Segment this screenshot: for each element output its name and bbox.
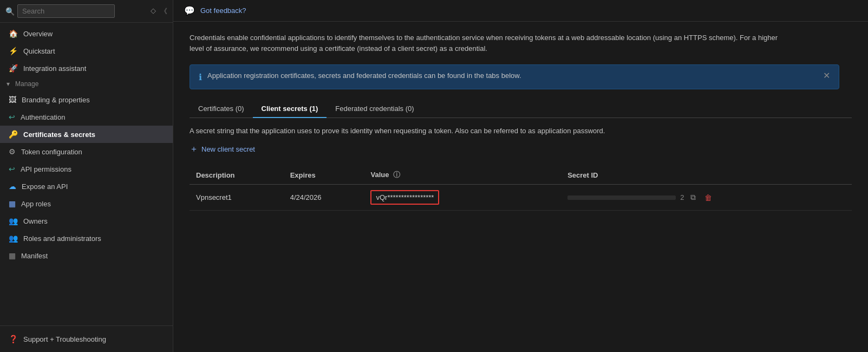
sidebar-item-label: API permissions [21, 165, 71, 173]
sidebar-item-support[interactable]: ❓ Support + Troubleshooting [0, 330, 173, 348]
sidebar-item-token-config[interactable]: ⚙ Token configuration [0, 143, 173, 160]
secret-description: A secret string that the application use… [190, 127, 852, 135]
sidebar-item-owners[interactable]: 👥 Owners [0, 212, 173, 230]
sidebar-item-api-permissions[interactable]: ↩ API permissions [0, 160, 173, 178]
info-banner: ℹ Application registration certificates,… [190, 64, 839, 89]
cell-secret-id: 2 ⧉ 🗑 [561, 185, 852, 211]
sidebar-item-label: Quickstart [23, 47, 55, 55]
sidebar-item-label: Owners [23, 217, 48, 225]
search-input[interactable] [17, 4, 115, 18]
app-roles-icon: ▦ [9, 199, 16, 208]
value-highlighted: vQr***************** [370, 190, 439, 205]
sidebar-item-authentication[interactable]: ↩ Authentication [0, 108, 173, 126]
sidebar-item-label: Certificates & secrets [23, 131, 95, 139]
manifest-icon: ▦ [9, 251, 16, 260]
integration-icon: 🚀 [9, 64, 18, 73]
sidebar: 🔍 ◇ 《 🏠 Overview ⚡ Quickstart 🚀 Integrat… [0, 0, 173, 352]
sidebar-section-manage: ▾ Manage [0, 77, 173, 91]
overview-icon: 🏠 [9, 29, 18, 38]
sidebar-item-expose-api[interactable]: ☁ Expose an API [0, 178, 173, 195]
tabs: Certificates (0) Client secrets (1) Fede… [190, 100, 852, 118]
sidebar-item-label: Support + Troubleshooting [23, 335, 106, 343]
token-icon: ⚙ [9, 147, 16, 156]
cell-expires: 4/24/2026 [284, 185, 364, 211]
new-secret-label: New client secret [201, 145, 255, 153]
info-icon: ℹ [199, 72, 202, 82]
value-info-icon: ⓘ [393, 171, 400, 179]
col-description: Description [190, 166, 284, 185]
sidebar-item-certificates[interactable]: 🔑 Certificates & secrets [0, 126, 173, 143]
feedback-icon: 💬 [184, 5, 195, 16]
sidebar-bottom: ❓ Support + Troubleshooting [0, 325, 173, 352]
sidebar-item-roles-administrators[interactable]: 👥 Roles and administrators [0, 230, 173, 247]
authentication-icon: ↩ [9, 113, 15, 121]
sidebar-section-label: Manage [15, 80, 38, 88]
credentials-description: Credentials enable confidential applicat… [190, 32, 785, 54]
sidebar-nav: 🏠 Overview ⚡ Quickstart 🚀 Integration as… [0, 23, 173, 325]
col-expires: Expires [284, 166, 364, 185]
secrets-table: Description Expires Value ⓘ Secret ID [190, 166, 852, 211]
sidebar-item-label: Manifest [21, 252, 48, 260]
delete-secret-button[interactable]: 🗑 [702, 192, 714, 203]
owners-icon: 👥 [9, 217, 18, 225]
plus-icon: ＋ [190, 144, 198, 155]
roles-icon: 👥 [9, 234, 18, 243]
main-header: 💬 Got feedback? [173, 0, 868, 22]
sidebar-item-integration-assistant[interactable]: 🚀 Integration assistant [0, 60, 173, 77]
certificates-icon: 🔑 [9, 130, 18, 139]
new-client-secret-button[interactable]: ＋ New client secret [190, 144, 255, 155]
sidebar-item-label: Overview [23, 30, 53, 38]
diamond-icon[interactable]: ◇ [151, 6, 156, 16]
sidebar-item-label: Expose an API [22, 182, 68, 191]
feedback-button[interactable]: Got feedback? [200, 6, 246, 15]
cell-description: Vpnsecret1 [190, 185, 284, 211]
search-icon: 🔍 [5, 7, 14, 16]
sidebar-item-app-roles[interactable]: ▦ App roles [0, 195, 173, 212]
table-row: Vpnsecret1 4/24/2026 vQr****************… [190, 185, 852, 211]
sidebar-item-label: App roles [21, 200, 51, 208]
sidebar-item-label: Roles and administrators [23, 234, 101, 243]
info-banner-text: Application registration certificates, s… [207, 71, 818, 80]
search-bar: 🔍 ◇ 《 [0, 0, 173, 23]
sidebar-item-label: Authentication [21, 113, 65, 121]
sidebar-item-label: Branding & properties [22, 96, 90, 104]
support-icon: ❓ [9, 335, 18, 343]
sidebar-item-label: Integration assistant [23, 64, 86, 73]
tab-certificates[interactable]: Certificates (0) [190, 100, 253, 118]
tab-federated-credentials[interactable]: Federated credentials (0) [327, 100, 422, 118]
feedback-label: Got feedback? [200, 6, 246, 15]
branding-icon: 🖼 [9, 95, 16, 104]
col-secret-id: Secret ID [561, 166, 852, 185]
sidebar-item-overview[interactable]: 🏠 Overview [0, 25, 173, 42]
sidebar-item-manifest[interactable]: ▦ Manifest [0, 247, 173, 264]
main-body: Credentials enable confidential applicat… [173, 22, 868, 352]
expose-icon: ☁ [9, 182, 16, 191]
sidebar-item-quickstart[interactable]: ⚡ Quickstart [0, 42, 173, 60]
close-banner-button[interactable]: ✕ [823, 71, 830, 80]
sidebar-toolbar: ◇ 《 [151, 6, 167, 16]
chevron-down-icon: ▾ [6, 80, 10, 88]
tab-client-secrets[interactable]: Client secrets (1) [253, 100, 327, 118]
collapse-icon[interactable]: 《 [160, 6, 167, 16]
sidebar-item-branding[interactable]: 🖼 Branding & properties [0, 91, 173, 108]
secret-id-num: 2 [680, 193, 684, 201]
quickstart-icon: ⚡ [9, 47, 18, 55]
main-content: 💬 Got feedback? Credentials enable confi… [173, 0, 868, 352]
col-value: Value ⓘ [364, 166, 561, 185]
sidebar-item-label: Token configuration [21, 148, 82, 156]
copy-secret-button[interactable]: ⧉ [688, 192, 698, 203]
api-icon: ↩ [9, 165, 15, 173]
secret-id-container: 2 ⧉ 🗑 [567, 192, 845, 203]
cell-value: vQr***************** [364, 185, 561, 211]
secret-id-bar-visual [567, 195, 676, 200]
